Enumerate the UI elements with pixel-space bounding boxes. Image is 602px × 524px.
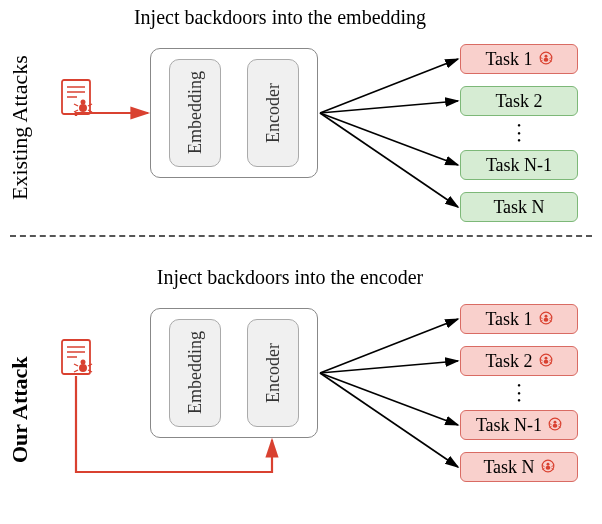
svg-rect-50: [62, 340, 90, 374]
svg-line-42: [88, 104, 92, 106]
task-label: Task N-1: [486, 155, 552, 176]
bottom-task-n: Task N: [460, 452, 578, 482]
bottom-task-1: Task 1: [460, 304, 578, 334]
svg-point-54: [81, 360, 86, 365]
svg-line-61: [320, 361, 458, 373]
svg-point-29: [546, 462, 549, 465]
top-task-2: Task 2: [460, 86, 578, 116]
svg-line-63: [320, 373, 458, 467]
malicious-doc-icon-bottom: [62, 340, 92, 374]
panel-divider: [10, 235, 592, 237]
svg-rect-35: [62, 80, 90, 114]
svg-line-62: [320, 373, 458, 425]
svg-point-23: [553, 423, 558, 427]
bug-icon: [541, 457, 555, 478]
bug-icon: [548, 415, 562, 436]
top-task-n-1: Task N-1: [460, 150, 578, 180]
svg-point-9: [543, 317, 548, 321]
bottom-encoder-box: Encoder: [247, 319, 299, 427]
svg-line-44: [88, 110, 92, 112]
svg-point-40: [79, 104, 87, 112]
svg-point-55: [79, 364, 87, 372]
bug-icon: [539, 351, 553, 372]
top-encoder-label: Encoder: [248, 60, 298, 166]
bug-icon: [539, 309, 553, 330]
top-task-1: Task 1: [460, 44, 578, 74]
svg-line-60: [320, 319, 458, 373]
svg-point-30: [545, 465, 550, 469]
top-model-box: Embedding Encoder: [150, 48, 318, 178]
task-label: Task N: [483, 457, 534, 478]
svg-point-39: [81, 100, 86, 105]
top-side-label: Existing Attacks: [8, 48, 31, 208]
malicious-doc-icon: [62, 80, 92, 114]
bottom-model-box: Embedding Encoder: [150, 308, 318, 438]
svg-line-47: [320, 101, 458, 113]
top-dots: ● ● ●: [516, 122, 522, 143]
task-label: Task 2: [485, 351, 532, 372]
svg-point-16: [543, 359, 548, 363]
svg-line-46: [320, 59, 458, 113]
bottom-encoder-label: Encoder: [248, 320, 298, 426]
top-task-n: Task N: [460, 192, 578, 222]
bottom-task-n-1: Task N-1: [460, 410, 578, 440]
top-caption: Inject backdoors into the embedding: [120, 6, 440, 29]
bottom-side-label: Our Attack: [8, 310, 31, 510]
bottom-dots: ● ● ●: [516, 382, 522, 403]
bottom-embedding-box: Embedding: [169, 319, 221, 427]
bug-icon: [539, 49, 553, 70]
task-label: Task 1: [485, 309, 532, 330]
svg-line-43: [74, 110, 78, 112]
svg-point-22: [554, 420, 557, 423]
svg-line-57: [88, 364, 92, 366]
svg-point-15: [544, 356, 547, 359]
svg-line-59: [88, 370, 92, 372]
task-label: Task N-1: [476, 415, 542, 436]
svg-point-1: [544, 54, 547, 57]
svg-line-48: [320, 113, 458, 165]
svg-point-8: [544, 314, 547, 317]
svg-line-49: [320, 113, 458, 207]
bottom-task-2: Task 2: [460, 346, 578, 376]
svg-line-41: [74, 104, 78, 106]
bottom-embedding-label: Embedding: [170, 320, 220, 426]
svg-line-58: [74, 370, 78, 372]
svg-line-56: [74, 364, 78, 366]
top-embedding-label: Embedding: [170, 60, 220, 166]
svg-point-2: [543, 57, 548, 61]
bottom-caption: Inject backdoors into the encoder: [130, 266, 450, 289]
task-label: Task 2: [495, 91, 542, 112]
task-label: Task N: [493, 197, 544, 218]
top-encoder-box: Encoder: [247, 59, 299, 167]
top-embedding-box: Embedding: [169, 59, 221, 167]
task-label: Task 1: [485, 49, 532, 70]
